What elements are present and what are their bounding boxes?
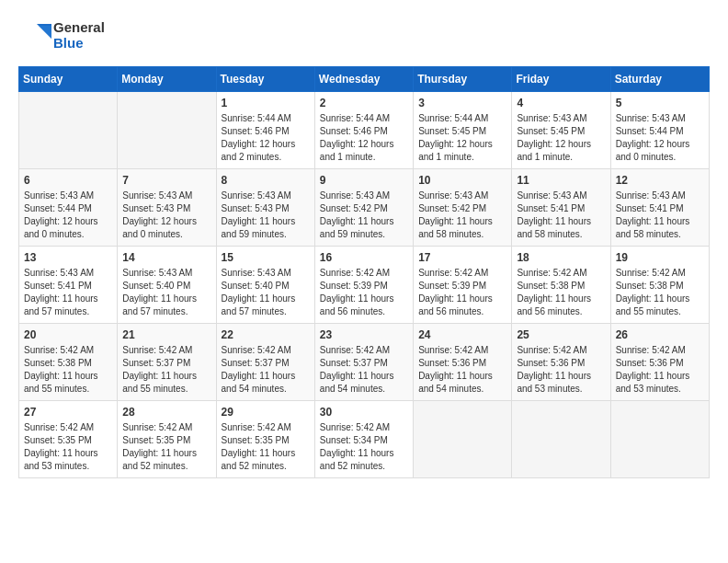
day-info: Sunrise: 5:42 AMSunset: 5:38 PMDaylight:…	[517, 267, 605, 318]
sunrise-text: Sunrise: 5:42 AM	[320, 345, 390, 355]
sunrise-text: Sunrise: 5:44 AM	[222, 113, 291, 123]
calendar-cell: 3Sunrise: 5:44 AMSunset: 5:45 PMDaylight…	[414, 92, 512, 169]
day-info: Sunrise: 5:43 AMSunset: 5:44 PMDaylight:…	[24, 190, 112, 241]
calendar-cell	[19, 92, 118, 169]
daylight-text: Daylight: 12 hours and 1 minute.	[320, 139, 394, 162]
sunset-text: Sunset: 5:42 PM	[418, 203, 486, 213]
calendar-cell: 1Sunrise: 5:44 AMSunset: 5:46 PMDaylight…	[216, 92, 314, 169]
daylight-text: Daylight: 12 hours and 0 minutes.	[616, 139, 690, 162]
calendar-cell: 15Sunrise: 5:43 AMSunset: 5:40 PMDayligh…	[216, 247, 314, 324]
daylight-text: Daylight: 11 hours and 52 minutes.	[122, 448, 197, 471]
calendar-cell: 20Sunrise: 5:42 AMSunset: 5:38 PMDayligh…	[19, 324, 118, 401]
calendar-table: SundayMondayTuesdayWednesdayThursdayFrid…	[18, 66, 710, 478]
calendar-cell: 9Sunrise: 5:43 AMSunset: 5:42 PMDaylight…	[314, 169, 413, 247]
day-info: Sunrise: 5:43 AMSunset: 5:42 PMDaylight:…	[320, 190, 408, 241]
day-info: Sunrise: 5:43 AMSunset: 5:41 PMDaylight:…	[24, 267, 112, 318]
sunrise-text: Sunrise: 5:42 AM	[24, 422, 94, 432]
sunrise-text: Sunrise: 5:43 AM	[418, 190, 488, 201]
calendar-cell	[118, 92, 216, 169]
day-number: 9	[320, 174, 408, 187]
day-info: Sunrise: 5:42 AMSunset: 5:36 PMDaylight:…	[616, 344, 704, 396]
sunrise-text: Sunrise: 5:42 AM	[122, 422, 192, 432]
calendar-week-row: 13Sunrise: 5:43 AMSunset: 5:41 PMDayligh…	[19, 247, 710, 324]
day-number: 25	[517, 328, 605, 341]
sunrise-text: Sunrise: 5:42 AM	[517, 345, 586, 355]
calendar-cell	[414, 401, 512, 478]
sunrise-text: Sunrise: 5:42 AM	[222, 422, 291, 432]
daylight-text: Daylight: 12 hours and 1 minute.	[418, 139, 493, 162]
daylight-text: Daylight: 12 hours and 0 minutes.	[24, 216, 98, 239]
sunrise-text: Sunrise: 5:43 AM	[616, 113, 686, 123]
sunset-text: Sunset: 5:46 PM	[222, 126, 290, 136]
weekday-header: Thursday	[414, 67, 512, 92]
weekday-header: Tuesday	[216, 67, 314, 92]
sunrise-text: Sunrise: 5:42 AM	[320, 268, 390, 278]
day-number: 21	[122, 328, 210, 341]
day-info: Sunrise: 5:43 AMSunset: 5:44 PMDaylight:…	[616, 112, 704, 164]
daylight-text: Daylight: 11 hours and 59 minutes.	[320, 216, 394, 239]
daylight-text: Daylight: 11 hours and 55 minutes.	[616, 293, 690, 316]
sunset-text: Sunset: 5:41 PM	[616, 203, 684, 213]
calendar-cell: 24Sunrise: 5:42 AMSunset: 5:36 PMDayligh…	[414, 324, 512, 401]
sunset-text: Sunset: 5:40 PM	[222, 281, 290, 291]
calendar-cell: 23Sunrise: 5:42 AMSunset: 5:37 PMDayligh…	[314, 324, 413, 401]
daylight-text: Daylight: 11 hours and 58 minutes.	[517, 216, 591, 239]
sunset-text: Sunset: 5:35 PM	[122, 435, 190, 445]
calendar-cell: 27Sunrise: 5:42 AMSunset: 5:35 PMDayligh…	[19, 401, 118, 478]
day-info: Sunrise: 5:42 AMSunset: 5:39 PMDaylight:…	[320, 267, 408, 318]
calendar-cell: 13Sunrise: 5:43 AMSunset: 5:41 PMDayligh…	[19, 247, 118, 324]
daylight-text: Daylight: 12 hours and 2 minutes.	[222, 139, 296, 162]
sunset-text: Sunset: 5:39 PM	[320, 281, 388, 291]
sunrise-text: Sunrise: 5:43 AM	[24, 268, 94, 278]
day-info: Sunrise: 5:42 AMSunset: 5:34 PMDaylight:…	[320, 421, 408, 473]
daylight-text: Daylight: 11 hours and 54 minutes.	[418, 371, 493, 394]
sunset-text: Sunset: 5:35 PM	[24, 435, 92, 445]
logo: General Blue	[18, 18, 105, 52]
day-info: Sunrise: 5:42 AMSunset: 5:39 PMDaylight:…	[418, 267, 506, 318]
day-number: 18	[517, 251, 605, 264]
calendar-cell: 11Sunrise: 5:43 AMSunset: 5:41 PMDayligh…	[512, 169, 610, 247]
day-info: Sunrise: 5:43 AMSunset: 5:45 PMDaylight:…	[517, 112, 605, 164]
day-number: 23	[320, 328, 408, 341]
day-number: 24	[418, 328, 506, 341]
daylight-text: Daylight: 11 hours and 54 minutes.	[320, 371, 394, 394]
sunset-text: Sunset: 5:46 PM	[320, 126, 388, 136]
calendar-cell: 5Sunrise: 5:43 AMSunset: 5:44 PMDaylight…	[610, 92, 709, 169]
logo-blue: Blue	[53, 35, 84, 51]
calendar-week-row: 6Sunrise: 5:43 AMSunset: 5:44 PMDaylight…	[19, 169, 710, 247]
day-info: Sunrise: 5:43 AMSunset: 5:42 PMDaylight:…	[418, 190, 506, 241]
sunset-text: Sunset: 5:44 PM	[616, 126, 684, 136]
calendar-cell: 28Sunrise: 5:42 AMSunset: 5:35 PMDayligh…	[118, 401, 216, 478]
sunrise-text: Sunrise: 5:42 AM	[616, 268, 686, 278]
day-number: 16	[320, 251, 408, 264]
calendar-cell: 26Sunrise: 5:42 AMSunset: 5:36 PMDayligh…	[610, 324, 709, 401]
daylight-text: Daylight: 11 hours and 56 minutes.	[320, 293, 394, 316]
calendar-cell: 12Sunrise: 5:43 AMSunset: 5:41 PMDayligh…	[610, 169, 709, 247]
day-number: 11	[517, 174, 605, 187]
day-number: 29	[222, 406, 310, 419]
sunrise-text: Sunrise: 5:43 AM	[616, 190, 686, 201]
sunrise-text: Sunrise: 5:42 AM	[517, 268, 586, 278]
daylight-text: Daylight: 11 hours and 53 minutes.	[24, 448, 98, 471]
daylight-text: Daylight: 11 hours and 55 minutes.	[122, 371, 197, 394]
weekday-header: Wednesday	[314, 67, 413, 92]
sunrise-text: Sunrise: 5:43 AM	[222, 190, 291, 201]
daylight-text: Daylight: 11 hours and 52 minutes.	[222, 448, 296, 471]
daylight-text: Daylight: 11 hours and 56 minutes.	[517, 293, 591, 316]
calendar-cell: 17Sunrise: 5:42 AMSunset: 5:39 PMDayligh…	[414, 247, 512, 324]
sunset-text: Sunset: 5:41 PM	[517, 203, 585, 213]
weekday-header-row: SundayMondayTuesdayWednesdayThursdayFrid…	[19, 67, 710, 92]
weekday-header: Friday	[512, 67, 610, 92]
sunrise-text: Sunrise: 5:42 AM	[24, 345, 94, 355]
sunset-text: Sunset: 5:43 PM	[222, 203, 290, 213]
sunset-text: Sunset: 5:37 PM	[222, 358, 290, 368]
sunset-text: Sunset: 5:38 PM	[24, 358, 92, 368]
day-number: 6	[24, 174, 112, 187]
day-number: 4	[517, 97, 605, 109]
calendar-cell: 7Sunrise: 5:43 AMSunset: 5:43 PMDaylight…	[118, 169, 216, 247]
day-info: Sunrise: 5:43 AMSunset: 5:43 PMDaylight:…	[122, 190, 210, 241]
sunrise-text: Sunrise: 5:43 AM	[517, 190, 586, 201]
day-info: Sunrise: 5:42 AMSunset: 5:37 PMDaylight:…	[320, 344, 408, 396]
daylight-text: Daylight: 11 hours and 54 minutes.	[222, 371, 296, 394]
daylight-text: Daylight: 11 hours and 55 minutes.	[24, 371, 98, 394]
